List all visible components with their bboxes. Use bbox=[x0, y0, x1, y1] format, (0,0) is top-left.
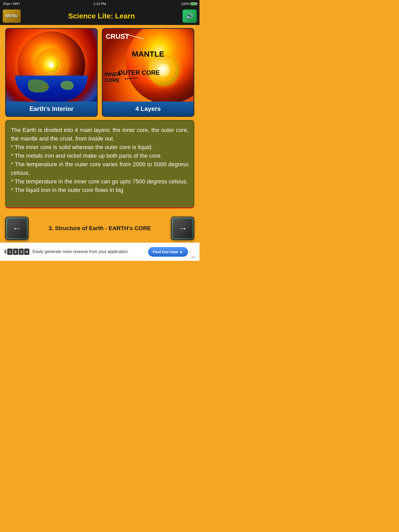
ad-icon-area: $ 1 2 3 4 bbox=[4, 249, 29, 255]
four-layers-image: CRUST MANTLE OUTER CORE INNER CORE bbox=[103, 29, 194, 102]
battery-icon bbox=[191, 2, 196, 5]
status-bar: iPad • WiFi 2:10 PM 100% bbox=[0, 0, 200, 7]
battery-area: 100% bbox=[132, 2, 196, 6]
ad-button[interactable]: Find Out How ► bbox=[148, 247, 188, 257]
prev-button[interactable]: ← bbox=[5, 217, 29, 240]
earth-interior-card[interactable]: Earth's Interior bbox=[5, 28, 98, 117]
outer-core-label: OUTER CORE bbox=[118, 69, 160, 76]
image-row: Earth's Interior CRUST MANTLE OUTER CORE bbox=[5, 28, 194, 117]
ad-chevron-icon: ► bbox=[179, 250, 183, 254]
four-layers-label: 4 Layers bbox=[103, 102, 194, 116]
dollar-sign: $ bbox=[4, 249, 7, 255]
content-text: The Earth is divided into 4 main layers:… bbox=[11, 126, 189, 194]
earth-interior-visual bbox=[6, 29, 97, 102]
ad-num-4: 4 bbox=[24, 249, 29, 255]
nav-title: 3. Structure of Earth - EARTH's CORE bbox=[29, 225, 171, 232]
ad-text: Easily generate more revenue from your a… bbox=[32, 249, 145, 254]
earth-interior-label: Earth's Interior bbox=[6, 102, 97, 116]
ad-num-2: 2 bbox=[13, 249, 18, 255]
inner-core-text-line2: CORE bbox=[105, 77, 120, 83]
sound-button[interactable]: 🔊 bbox=[182, 9, 197, 23]
battery-percent: 100% bbox=[181, 2, 190, 6]
ad-button-label: Find Out How bbox=[153, 250, 178, 254]
menu-button[interactable]: MENU bbox=[3, 9, 21, 23]
header-title: Science Lite: Learn bbox=[21, 12, 182, 20]
four-layers-card[interactable]: CRUST MANTLE OUTER CORE INNER CORE 4 Lay… bbox=[102, 28, 194, 117]
device-info: iPad • WiFi bbox=[3, 2, 68, 6]
mantle-label: MANTLE bbox=[132, 50, 164, 58]
next-button[interactable]: → bbox=[171, 217, 194, 240]
inner-core-text-line1: INNER bbox=[105, 71, 121, 77]
sound-icon: 🔊 bbox=[186, 12, 194, 20]
ad-num-1: 1 bbox=[7, 249, 12, 255]
wifi-label: WiFi bbox=[13, 2, 20, 6]
nav-footer: ← 3. Structure of Earth - EARTH's CORE → bbox=[0, 214, 200, 243]
iad-label: iAd bbox=[191, 256, 195, 259]
next-arrow-icon: → bbox=[178, 223, 188, 234]
main-content: Earth's Interior CRUST MANTLE OUTER CORE bbox=[0, 25, 200, 214]
header: MENU Science Lite: Learn 🔊 bbox=[0, 7, 200, 25]
content-box[interactable]: The Earth is divided into 4 main layers:… bbox=[5, 120, 194, 208]
time-display: 2:10 PM bbox=[68, 2, 132, 6]
inner-core-label: INNER CORE bbox=[105, 71, 121, 83]
layers-visual: CRUST MANTLE OUTER CORE INNER CORE bbox=[103, 29, 194, 102]
prev-arrow-icon: ← bbox=[12, 223, 22, 234]
ad-bar: $ 1 2 3 4 Easily generate more revenue f… bbox=[0, 243, 200, 261]
device-label: iPad bbox=[3, 2, 10, 6]
earth-interior-image bbox=[6, 29, 97, 102]
ad-num-3: 3 bbox=[19, 249, 24, 255]
